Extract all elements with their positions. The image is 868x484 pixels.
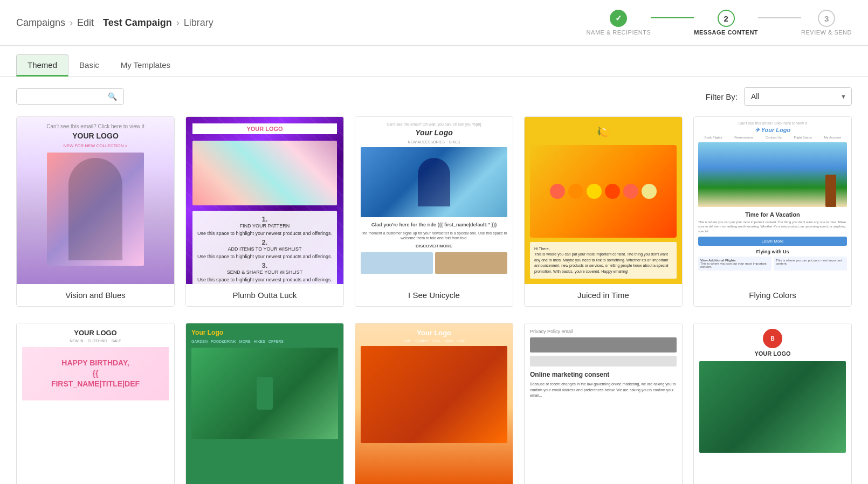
tmpl-juiced-fruits xyxy=(530,145,677,237)
tmpl-consent-title: Online marketing consent xyxy=(530,371,677,378)
tmpl-flying-topbar: Can't see this email? Click here to view… xyxy=(698,121,847,125)
step-line-2 xyxy=(758,17,801,18)
template-name-flying: Flying Colors xyxy=(694,284,851,306)
tmpl-juiced-icon: 🍋 xyxy=(594,122,613,141)
template-card-consent[interactable]: Privacy Policy email Online marketing co… xyxy=(524,323,683,484)
step-3-label: REVIEW & SEND xyxy=(801,29,852,36)
template-card-juiced-in-time[interactable]: 🍋 Hi There, This is where you can put yo… xyxy=(524,116,683,307)
step-1-circle: ✓ xyxy=(610,10,627,27)
step-3-number: 3 xyxy=(824,14,829,23)
tmpl-flying-cards: View Additional Flights This is where yo… xyxy=(698,257,847,271)
template-name-unicycle: I See Unicycle xyxy=(355,284,513,306)
template-preview-consent: Privacy Policy email Online marketing co… xyxy=(525,323,682,484)
template-card-vision-and-blues[interactable]: Can't see this email? Click here to view… xyxy=(16,116,175,307)
template-preview-juiced: 🍋 Hi There, This is where you can put yo… xyxy=(525,117,682,284)
template-preview-plumb: YOUR LOGO 1. FIND YOUR PATTERN Use this … xyxy=(186,117,343,284)
step-2-number: 2 xyxy=(724,14,728,23)
step-name-recipients: ✓ NAME & RECIPIENTS xyxy=(587,10,651,36)
tmpl-travel-nav: GARDENFOOD&DRINKMOREHIKESOFFERS xyxy=(191,340,338,343)
search-icon: 🔍 xyxy=(108,92,117,101)
tmpl-flying-subtitle: Flying with Us xyxy=(698,249,847,254)
tmpl-unicycle-topbar: Can't see this email? Oh wait, you can. … xyxy=(361,122,507,126)
tmpl-flying-nav: Book FlightsReservationsContact UsFlight… xyxy=(698,136,847,139)
filter-right: Filter By: All E-commerce Newsletter Tra… xyxy=(706,87,852,106)
template-name-plumb: Plumb Outta Luck xyxy=(186,284,343,306)
step-3-circle: 3 xyxy=(818,10,835,27)
step-line-1 xyxy=(651,17,694,18)
tmpl-consent-hero-strip xyxy=(530,356,677,367)
tmpl-birthday-hero: HAPPY BIRTHDAY,{{FIRST_NAME|TITLE|DEF xyxy=(22,347,169,400)
tmpl-vision-tagline: NEW FOR NEW COLLECTION > xyxy=(64,143,128,148)
tmpl-consent-text: Because of recent changes in the law gov… xyxy=(530,382,677,399)
step-2-circle: 2 xyxy=(718,10,735,27)
template-preview-travel: Your Logo GARDENFOOD&DRINKMOREHIKESOFFER… xyxy=(186,323,343,484)
cactus-icon xyxy=(257,377,273,410)
step-message-content: 2 MESSAGE CONTENT xyxy=(694,10,758,36)
template-preview-fashion: Your Logo SaleSuddenGirlsBoysSale xyxy=(355,323,513,484)
templates-grid-row1: Can't see this email? Click here to view… xyxy=(0,116,868,323)
breadcrumb-current: Library xyxy=(184,17,213,29)
wizard-steps: ✓ NAME & RECIPIENTS 2 MESSAGE CONTENT 3 … xyxy=(587,10,852,36)
tmpl-nature-badge: B xyxy=(763,329,782,348)
tmpl-birthday-logo: YOUR LOGO xyxy=(22,329,169,337)
tmpl-travel-hero xyxy=(191,348,338,439)
tmpl-juiced-text: Hi There, This is where you can put your… xyxy=(530,242,677,279)
tab-basic[interactable]: Basic xyxy=(68,54,110,77)
person-silhouette xyxy=(68,158,122,260)
filter-select[interactable]: All E-commerce Newsletter Travel Birthda… xyxy=(744,87,852,106)
breadcrumb: Campaigns › Edit Test Campaign › Library xyxy=(16,17,213,29)
tmpl-vision-topbar: Can't see this email? Click here to view… xyxy=(23,123,168,129)
breadcrumb-edit[interactable]: Edit xyxy=(77,17,94,29)
tmpl-consent-subject: Privacy Policy email xyxy=(530,329,677,334)
page-header: Campaigns › Edit Test Campaign › Library… xyxy=(0,0,868,46)
tmpl-vision-logo: YOUR LOGO xyxy=(72,132,119,140)
tmpl-consent-header-bar xyxy=(530,337,677,352)
step-2-label: MESSAGE CONTENT xyxy=(694,29,758,36)
tmpl-flying-hero xyxy=(698,142,847,207)
step-1-number: ✓ xyxy=(615,13,622,23)
tmpl-unicycle-hero xyxy=(361,147,507,217)
tmpl-vision-person xyxy=(47,153,144,266)
breadcrumb-sep2: › xyxy=(176,17,180,29)
breadcrumb-sep1: › xyxy=(70,17,73,29)
tmpl-unicycle-nav: NEW ACCESSORIESBIKES xyxy=(361,140,507,144)
tmpl-unicycle-thumbs xyxy=(361,252,507,274)
template-card-nature[interactable]: B YOUR LOGO Nature xyxy=(693,323,852,484)
template-preview-unicycle: Can't see this email? Oh wait, you can. … xyxy=(355,117,513,284)
filter-by-label: Filter By: xyxy=(706,92,738,101)
template-card-fashion[interactable]: Your Logo SaleSuddenGirlsBoysSale Fashio… xyxy=(355,323,513,484)
tmpl-fashion-hero xyxy=(361,346,507,443)
template-card-travel[interactable]: Your Logo GARDENFOOD&DRINKMOREHIKESOFFER… xyxy=(185,323,344,484)
tmpl-nature-hero xyxy=(699,361,846,453)
tmpl-fashion-nav: SaleSuddenGirlsBoysSale xyxy=(361,339,507,343)
tmpl-flying-logo: ✈ Your Logo xyxy=(698,127,847,134)
tmpl-travel-logo: Your Logo xyxy=(191,329,338,336)
breadcrumb-campaigns[interactable]: Campaigns xyxy=(16,17,65,29)
tab-themed[interactable]: Themed xyxy=(16,54,68,77)
search-input[interactable] xyxy=(23,92,104,101)
tab-bar: Themed Basic My Templates xyxy=(16,54,852,76)
template-preview-flying: Can't see this email? Click here to view… xyxy=(694,117,851,284)
template-preview-vision: Can't see this email? Click here to view… xyxy=(17,117,174,284)
template-card-i-see-unicycle[interactable]: Can't see this email? Oh wait, you can. … xyxy=(355,116,513,307)
template-card-flying-colors[interactable]: Can't see this email? Click here to view… xyxy=(693,116,852,307)
plumb-steps: 1. FIND YOUR PATTERN Use this space to h… xyxy=(192,211,337,284)
template-card-plumb-outta-luck[interactable]: YOUR LOGO 1. FIND YOUR PATTERN Use this … xyxy=(185,116,344,307)
tmpl-nature-logo: YOUR LOGO xyxy=(699,350,846,357)
template-name-vision: Vision and Blues xyxy=(17,284,174,306)
tmpl-flying-title: Time for A Vacation xyxy=(698,211,847,218)
tabs-area: Themed Basic My Templates xyxy=(0,46,868,77)
step-1-label: NAME & RECIPIENTS xyxy=(587,29,651,36)
tmpl-flying-cta: Learn More xyxy=(698,237,847,246)
breadcrumb-campaign-name[interactable]: Test Campaign xyxy=(103,17,172,29)
template-preview-nature: B YOUR LOGO xyxy=(694,323,851,484)
tmpl-unicycle-logo: Your Logo xyxy=(361,128,507,137)
template-name-juiced: Juiced in Time xyxy=(525,284,682,306)
plumb-logo: YOUR LOGO xyxy=(192,123,337,134)
search-box: 🔍 xyxy=(16,88,124,105)
filter-area: 🔍 Filter By: All E-commerce Newsletter T… xyxy=(0,77,868,116)
tab-my-templates[interactable]: My Templates xyxy=(110,54,181,77)
template-card-birthday[interactable]: YOUR LOGO NEW INCLOTHINGSALE HAPPY BIRTH… xyxy=(16,323,175,484)
plumb-fabric-img xyxy=(192,141,337,205)
plumb-content: YOUR LOGO 1. FIND YOUR PATTERN Use this … xyxy=(186,117,343,284)
